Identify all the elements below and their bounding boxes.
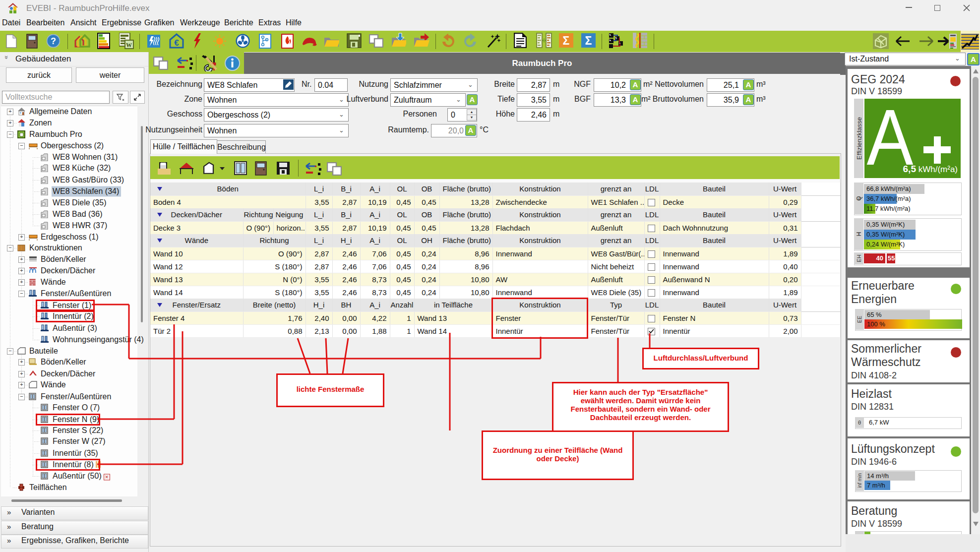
svg-text:Σ: Σ — [563, 34, 570, 47]
svg-text:€: € — [174, 38, 179, 48]
svg-text:Σ: Σ — [585, 34, 592, 47]
